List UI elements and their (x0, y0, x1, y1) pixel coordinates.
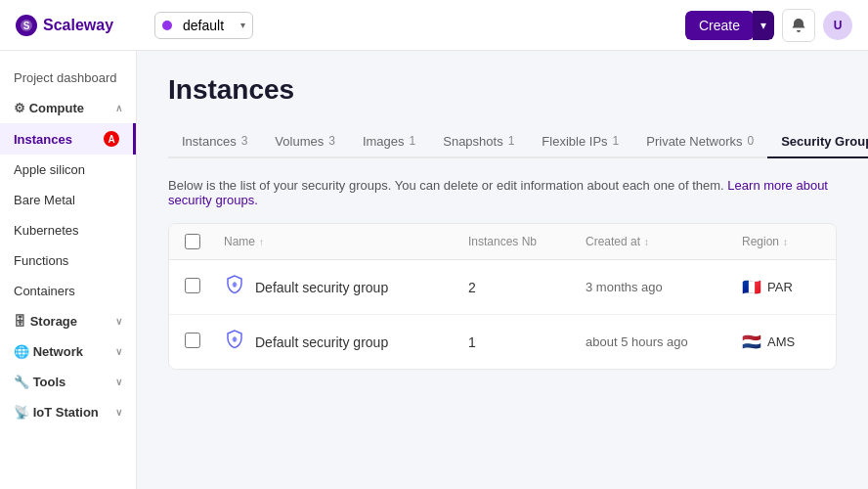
tab-images-label: Images (363, 134, 405, 149)
sidebar-item-containers[interactable]: Containers (0, 276, 136, 306)
row2-checkbox[interactable] (185, 333, 200, 348)
row2-flag-icon: 🇳🇱 (742, 333, 761, 351)
badge-a: A (104, 131, 119, 147)
tools-icon: 🔧 (14, 375, 29, 389)
containers-label: Containers (14, 284, 75, 298)
tab-snapshots[interactable]: Snapshots 1 (429, 125, 528, 158)
created-at-sort-icon[interactable]: ↕ (644, 237, 649, 247)
compute-icon: ⚙ (14, 101, 25, 115)
org-select[interactable]: default (154, 12, 253, 39)
iot-icon: 📡 (14, 405, 29, 420)
row1-name-cell: Default security group (224, 274, 468, 300)
row1-created-at: 3 months ago (586, 280, 742, 294)
row2-name: Default security group (255, 334, 388, 350)
sidebar-item-bare-metal[interactable]: Bare Metal (0, 185, 136, 215)
table-row: Default security group 1 about 5 hours a… (169, 315, 836, 369)
notifications-button[interactable] (782, 9, 815, 42)
functions-label: Functions (14, 253, 68, 268)
row2-region: 🇳🇱 AMS (742, 333, 820, 351)
row2-name-cell: Default security group (224, 329, 468, 355)
sidebar-section-iot-station[interactable]: 📡 IoT Station ∨ (0, 397, 136, 427)
tab-private-networks-label: Private Networks (646, 134, 742, 149)
compute-label: Compute (29, 101, 84, 115)
create-button[interactable]: Create (685, 11, 754, 40)
col-checkbox (185, 234, 224, 249)
tab-volumes-label: Volumes (275, 134, 324, 149)
row2-checkbox-cell (185, 333, 224, 351)
name-sort-icon[interactable]: ↑ (259, 237, 264, 247)
tab-instances[interactable]: Instances 3 (168, 125, 261, 158)
tab-instances-count: 3 (241, 134, 248, 148)
kubernetes-label: Kubernetes (14, 223, 79, 238)
select-all-checkbox[interactable] (185, 234, 200, 249)
logo-icon: S (16, 15, 37, 36)
table-header: Name ↑ Instances Nb Created at ↕ Region … (169, 224, 836, 260)
bare-metal-label: Bare Metal (14, 193, 75, 207)
row1-instances-nb: 2 (468, 280, 586, 295)
sidebar-item-apple-silicon[interactable]: Apple silicon (0, 155, 136, 185)
row1-flag-icon: 🇫🇷 (742, 278, 761, 296)
tab-private-networks[interactable]: Private Networks 0 (632, 125, 767, 158)
tab-volumes[interactable]: Volumes 3 (261, 125, 349, 158)
tab-images[interactable]: Images 1 (349, 125, 429, 158)
tab-flexible-ips-count: 1 (613, 134, 620, 148)
sidebar: Project dashboard ⚙ Compute ∧ Instances … (0, 51, 137, 489)
tab-volumes-count: 3 (328, 134, 335, 148)
logo-text: Scaleway (43, 17, 113, 34)
sidebar-section-compute[interactable]: ⚙ Compute ∧ (0, 93, 136, 123)
org-select-wrapper[interactable]: default ▾ (154, 12, 253, 39)
layout: Project dashboard ⚙ Compute ∧ Instances … (0, 51, 868, 489)
row1-region-code: PAR (767, 280, 793, 294)
col-region-label: Region (742, 235, 779, 248)
tab-flexible-ips-label: Flexible IPs (542, 134, 607, 149)
security-groups-table: Name ↑ Instances Nb Created at ↕ Region … (168, 223, 837, 370)
tab-images-count: 1 (410, 134, 416, 148)
page-title: Instances (168, 74, 837, 106)
row2-instances-nb: 1 (468, 334, 586, 350)
col-name-label: Name (224, 235, 255, 248)
tools-label: Tools (33, 375, 66, 389)
sidebar-item-instances[interactable]: Instances A (0, 123, 136, 155)
tabs-bar: Instances 3 Volumes 3 Images 1 Snapshots… (168, 125, 837, 158)
region-sort-icon[interactable]: ↕ (783, 237, 788, 247)
sidebar-section-network[interactable]: 🌐 Network ∨ (0, 336, 136, 367)
tab-snapshots-count: 1 (508, 134, 515, 148)
user-avatar[interactable]: U (823, 11, 852, 40)
logo: S Scaleway (16, 15, 143, 36)
storage-icon: 🗄 (14, 314, 26, 329)
col-region: Region ↕ (742, 235, 820, 248)
row2-region-code: AMS (767, 334, 795, 349)
tab-private-networks-count: 0 (748, 134, 755, 148)
description-text: Below is the list of your security group… (168, 178, 724, 193)
network-label: Network (33, 344, 83, 359)
svg-text:S: S (23, 21, 30, 31)
iot-chevron-icon: ∨ (115, 407, 122, 418)
col-created-at-label: Created at (586, 235, 640, 248)
row2-created-at: about 5 hours ago (586, 334, 742, 349)
storage-label: Storage (30, 314, 77, 329)
bell-icon (791, 18, 806, 33)
row1-region: 🇫🇷 PAR (742, 278, 820, 296)
topbar: S Scaleway default ▾ Create ▾ U (0, 0, 868, 51)
storage-chevron-icon: ∨ (115, 316, 122, 327)
tab-flexible-ips[interactable]: Flexible IPs 1 (528, 125, 632, 158)
security-group-icon (224, 274, 245, 300)
topbar-right: Create ▾ U (685, 9, 852, 42)
tab-security-groups[interactable]: Security Groups 3 B (767, 125, 868, 158)
sidebar-section-storage[interactable]: 🗄 Storage ∨ (0, 306, 136, 336)
sidebar-section-tools[interactable]: 🔧 Tools ∨ (0, 367, 136, 397)
row1-checkbox[interactable] (185, 278, 200, 293)
sidebar-item-project-dashboard[interactable]: Project dashboard (0, 63, 136, 93)
instances-label: Instances (14, 132, 72, 147)
col-instances-nb-label: Instances Nb (468, 235, 537, 248)
tab-security-groups-label: Security Groups (781, 134, 868, 149)
create-dropdown-button[interactable]: ▾ (753, 11, 774, 40)
table-row: Default security group 2 3 months ago 🇫🇷… (169, 260, 836, 315)
security-group-icon-2 (224, 329, 245, 355)
tools-chevron-icon: ∨ (115, 377, 122, 387)
compute-chevron-icon: ∧ (115, 103, 122, 113)
sidebar-item-functions[interactable]: Functions (0, 245, 136, 276)
sidebar-item-kubernetes[interactable]: Kubernetes (0, 215, 136, 245)
col-instances-nb: Instances Nb (468, 235, 586, 248)
tab-instances-label: Instances (182, 134, 237, 149)
